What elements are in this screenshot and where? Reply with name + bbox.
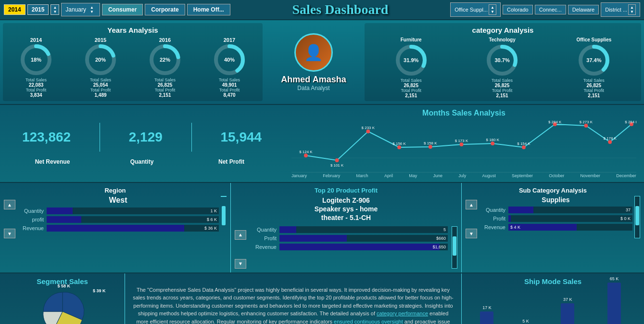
subcat-content: ▲ ▼ Supplies Quantity 37 Profit $ 0 K <box>466 196 640 238</box>
svg-text:$ 273 K: $ 273 K <box>580 120 593 124</box>
top20-quantity-val: 5 <box>443 227 446 232</box>
top20-profit-metric: Profit $660 <box>250 235 448 242</box>
first-class-val: 17 K <box>482 305 492 310</box>
subcat-up-btn[interactable]: ▲ <box>466 200 477 209</box>
svg-text:$ 156 K: $ 156 K <box>392 142 406 146</box>
region-up-btn[interactable]: ▲ <box>4 200 15 209</box>
line-chart-area: $ 124 K $ 101 K $ 233 K $ 156 K $ 158 K … <box>291 119 636 172</box>
years-row: 2014 18% Total Sales 22,083 Total Profit… <box>6 37 260 98</box>
revenue-bar: $ 36 K <box>47 225 219 232</box>
top20-revenue-bar-fill <box>279 244 440 250</box>
svg-text:$ 178 K: $ 178 K <box>604 136 617 141</box>
segment-consumer-btn[interactable]: Consumer <box>102 4 143 15</box>
year-2014-btn[interactable]: 2014 <box>4 4 25 15</box>
subcat-scrollbar[interactable] <box>634 196 640 238</box>
svg-text:$ 101 K: $ 101 K <box>330 163 344 168</box>
category-link[interactable]: category performance <box>377 311 428 316</box>
svg-point-26 <box>608 140 612 144</box>
region-title: Region <box>4 187 227 194</box>
subcat-down-btn[interactable]: ▼ <box>466 229 477 238</box>
top20-content: ▲ ▼ Quantity 5 Profit $660 <box>235 226 457 269</box>
region-scrollbar[interactable] <box>221 196 227 197</box>
region-down-btn[interactable]: ▼ <box>4 229 15 238</box>
svg-text:$ 124 K: $ 124 K <box>299 150 313 154</box>
top20-quantity-bar: 5 <box>279 226 448 233</box>
dashboard-title: Sales Dashboard <box>232 2 449 17</box>
top20-profit-val: $660 <box>436 236 446 241</box>
section-bottom: Segment Sales $ 58 K $ 39 K $ 26 K <box>0 273 644 324</box>
pie-container: $ 58 K $ 39 K $ 26 K Consumer Corporate … <box>4 287 121 324</box>
subcat-nav: ▲ ▼ <box>466 196 477 238</box>
svg-point-16 <box>304 154 308 157</box>
subcat-profit-label: Profit <box>479 216 505 221</box>
bar-same-day: 5 K Same Day <box>516 319 536 324</box>
subcat-quantity-label: Quantity <box>479 207 505 213</box>
filter-district-btn[interactable]: District ...▲▼ <box>601 2 640 17</box>
filter-office-btn[interactable]: Office Suppl...▲▼ <box>450 2 501 17</box>
filter-state2-btn[interactable]: Connec... <box>535 5 566 14</box>
subcat-quantity-metric: Quantity 37 <box>479 207 632 213</box>
same-day-val: 5 K <box>522 319 529 324</box>
subcat-profit-metric: Profit $ 0 K <box>479 215 632 222</box>
categories-row: Furniture 31.9% Total Sales 26,825 Total… <box>367 37 638 98</box>
filter-state1-btn[interactable]: Colorado <box>503 5 533 14</box>
profile-title: Data Analyst <box>297 85 329 91</box>
quantity-bar: 1 K <box>47 207 219 214</box>
kpi-divider-2 <box>191 123 192 152</box>
second-class-val: 37 K <box>563 297 572 302</box>
subcat-revenue-val: $ 4 K <box>508 225 520 230</box>
svg-point-22 <box>491 142 494 145</box>
subcat-main: Supplies Quantity 37 Profit $ 0 K <box>479 196 632 238</box>
subcat-revenue-metric: Revenue $ 4 K <box>479 224 632 231</box>
region-main: West Quantity 1 K profit $ 6 K <box>17 196 219 233</box>
top20-scroll-thumb <box>453 236 456 256</box>
year-spinner[interactable]: ▲▼ <box>51 4 59 15</box>
top20-scrollbar[interactable] <box>452 226 457 269</box>
top20-down-btn[interactable]: ▼ <box>235 259 246 269</box>
cat-card-Technology: Technology 30.7% Total Sales 26,825 Tota… <box>485 37 519 98</box>
oversight-link[interactable]: ensured continuous oversight <box>334 319 403 324</box>
bar-first-class: 17 K First Class <box>477 305 497 324</box>
month-spinner[interactable]: ▲▼ <box>88 5 96 14</box>
years-analysis-panel: Years Analysis 2014 18% Total Sales 22,0… <box>3 23 263 101</box>
top-bar: 2014 2015 ▲▼ January ▲▼ Consumer Corpora… <box>0 0 644 20</box>
top20-profit-bar-fill <box>279 235 347 242</box>
top20-nav: ▲ ▼ <box>235 226 246 269</box>
kpi-values-row: 123,862 2,129 15,944 <box>8 118 276 156</box>
months-sales-title: Months Sales Analysis <box>288 109 640 117</box>
year-card-2015: 2015 20% Total Sales 25,054 Total Profit… <box>84 37 117 98</box>
profit-metric-label: profit <box>17 217 44 222</box>
quantity-metric-label: Quantity <box>17 208 44 214</box>
year-card-2017: 2017 40% Total Sales 49,901 Total Profit… <box>213 37 246 98</box>
top20-panel: Top 20 Product Profit Logitech Z-906Spea… <box>231 183 462 272</box>
profit-metric: profit $ 6 K <box>17 216 219 223</box>
description-text: The "Comprehensive Sales Data Analysis" … <box>133 286 454 324</box>
subcat-quantity-bar: 37 <box>508 207 632 213</box>
svg-text:$ 158 K: $ 158 K <box>424 141 437 145</box>
region-scroll-thumb <box>222 206 226 225</box>
segment-homeoffice-btn[interactable]: Home Off... <box>187 4 230 15</box>
bar-second-class: 37 K Second Class <box>554 297 581 324</box>
net-revenue-value: 123,862 <box>22 130 71 145</box>
year-2015-btn[interactable]: 2015 <box>27 4 49 15</box>
revenue-metric-label: Revenue <box>17 225 44 231</box>
svg-point-25 <box>584 124 588 128</box>
segment-corporate-btn[interactable]: Corporate <box>145 4 185 15</box>
month-select[interactable]: January ▲▼ <box>61 3 100 16</box>
years-analysis-title: Years Analysis <box>6 26 260 34</box>
kpi-labels-row: Net Revenue Quantity Net Profit <box>8 156 276 169</box>
svg-text:$ 284 K: $ 284 K <box>625 120 636 124</box>
top20-quantity-bar-fill <box>279 226 296 233</box>
quantity-label: Quantity <box>97 158 187 165</box>
svg-point-17 <box>335 158 339 162</box>
top20-up-btn[interactable]: ▲ <box>235 230 246 240</box>
top20-quantity-label: Quantity <box>250 227 277 233</box>
pie-chart-svg <box>29 287 96 324</box>
filter-state3-btn[interactable]: Delaware <box>568 5 599 14</box>
profit-bar-fill <box>47 216 81 223</box>
region-panel: Region ▲ ▼ West Quantity 1 K profit <box>0 183 231 272</box>
section-years-profile-category: Years Analysis 2014 18% Total Sales 22,0… <box>0 20 644 105</box>
top20-revenue-val: $1,650 <box>432 245 446 249</box>
svg-text:$ 180 K: $ 180 K <box>486 138 500 142</box>
subcat-revenue-label: Revenue <box>479 224 505 230</box>
